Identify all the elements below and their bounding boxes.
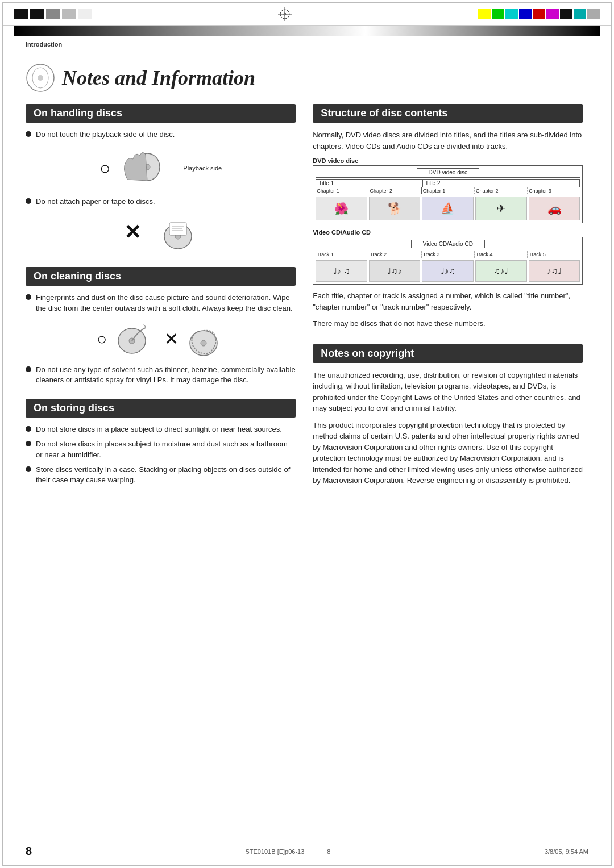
handling-illustration-2: ✕: [26, 212, 296, 252]
left-reg-blocks: [14, 9, 92, 19]
dvd-disc-label: DVD video disc: [313, 157, 583, 164]
svg-rect-11: [169, 223, 186, 235]
left-column: On handling discs Do not touch the playb…: [26, 104, 296, 492]
chapter-1-2: Chapter 2: [368, 187, 421, 194]
track-3: Track 3: [422, 251, 475, 258]
storing-discs-header: On storing discs: [26, 399, 296, 418]
svg-point-6: [38, 75, 43, 81]
dvd-titles-row: Title 1 Title 2: [316, 179, 580, 187]
bullet-dot-4: [26, 366, 31, 372]
page-title: Notes and Information: [62, 66, 255, 90]
copyright-para-1: The unauthorized recording, use, distrib…: [313, 370, 583, 414]
main-content: On handling discs Do not touch the playb…: [3, 98, 611, 498]
vcd-audio-cd-label: Video CD/Audio CD: [411, 240, 485, 248]
structure-info: Normally, DVD video discs are divided in…: [313, 130, 583, 152]
section-label: Introduction: [26, 41, 62, 48]
dvd-video-disc-label: DVD video disc: [417, 168, 479, 176]
structure-header: Structure of disc contents: [313, 104, 583, 123]
copyright-para-2: This product incorporates copyright prot…: [313, 420, 583, 486]
reg-block-2: [30, 9, 44, 19]
reg-block-5: [78, 9, 92, 19]
color-chip-cyan: [505, 9, 518, 19]
handling-illustration-1: ○ Playback side: [26, 145, 296, 191]
top-registration-bar: [3, 3, 611, 26]
dvd-img-4: ✈: [475, 197, 527, 220]
color-chip-red: [533, 9, 545, 19]
section-label-row: Introduction: [3, 36, 611, 52]
dvd-top-label-row: DVD video disc: [316, 168, 580, 178]
dvd-chapters-row: Chapter 1 Chapter 2 Chapter 1 Chapter 2 …: [316, 187, 580, 194]
footer-left: 8: [26, 845, 32, 858]
vcd-label: Video CD/Audio CD: [313, 229, 583, 236]
footer-page-center: 8: [327, 848, 330, 855]
color-chip-gray: [587, 9, 600, 19]
chapter-2-1: Chapter 1: [422, 187, 475, 194]
track-caption-2: There may be discs that do not have thes…: [313, 318, 583, 329]
section-divider-1: [26, 258, 296, 267]
track-1: Track 1: [316, 251, 368, 258]
bullet-dot-2: [26, 198, 31, 204]
cleaning-bullet-1: Fingerprints and dust on the disc cause …: [26, 293, 296, 313]
page-number: 8: [26, 845, 32, 858]
track-5: Track 5: [528, 251, 580, 258]
music-box-1: ♩♪ ♫: [316, 260, 367, 282]
cleaning-illustration: ○ ✕: [26, 319, 296, 359]
copyright-header: Notes on copyright: [313, 344, 583, 363]
page-wrapper: Introduction Notes and Information On ha…: [2, 2, 612, 866]
vcd-diagram: Video CD/Audio CD Track 1 Track 2 Track …: [313, 237, 583, 285]
dvd-img-5: 🚗: [529, 197, 580, 220]
track-4: Track 4: [475, 251, 528, 258]
x-mark-1: ✕: [124, 220, 141, 244]
dvd-title-1: Title 1: [316, 179, 422, 187]
music-box-5: ♪♫♩: [529, 260, 580, 282]
track-caption-1: Each title, chapter or track is assigned…: [313, 290, 583, 312]
ok-mark: ○: [99, 158, 110, 179]
cleaning-x-svg: [182, 319, 225, 359]
cleaning-discs-header: On cleaning discs: [26, 267, 296, 286]
crosshair-center: [278, 7, 292, 21]
dvd-title-2: Title 2: [423, 179, 580, 187]
color-chip-black: [560, 9, 572, 19]
handling-bullet-1: Do not touch the playback side of the di…: [26, 130, 296, 140]
color-chips-right: [478, 9, 600, 19]
right-column: Structure of disc contents Normally, DVD…: [313, 104, 583, 492]
chapter-2-3: Chapter 3: [528, 187, 580, 194]
cleaning-bullet-2: Do not use any type of solvent such as t…: [26, 365, 296, 385]
bullet-dot-3: [26, 294, 31, 300]
reg-block-1: [14, 9, 28, 19]
cleaning-ok-svg: [110, 319, 153, 359]
chapter-2-2: Chapter 2: [475, 187, 528, 194]
title-icon: [26, 63, 55, 93]
disc-paper-svg: [152, 212, 198, 252]
storing-bullet-3: Store discs vertically in a case. Stacki…: [26, 465, 296, 485]
handling-discs-header: On handling discs: [26, 104, 296, 123]
doc-code: 5TE0101B [E]p06-13: [246, 848, 305, 855]
cd-tracks-row: Track 1 Track 2 Track 3 Track 4 Track 5: [316, 251, 580, 258]
playback-side-label: Playback side: [183, 165, 222, 172]
footer: 8 5TE0101B [E]p06-13 8 3/8/05, 9:54 AM: [3, 837, 611, 865]
handling-bullet-2: Do not attach paper or tape to discs.: [26, 197, 296, 207]
svg-point-18: [201, 340, 206, 346]
vcd-top-label-row: Video CD/Audio CD: [316, 240, 580, 249]
page-title-area: Notes and Information: [3, 52, 611, 98]
footer-datetime: 3/8/05, 9:54 AM: [545, 848, 588, 855]
music-box-3: ♩♪♫: [422, 260, 474, 282]
track-2: Track 2: [368, 251, 421, 258]
color-chip-teal: [574, 9, 586, 19]
disc-hand-svg: [116, 145, 167, 191]
color-chip-magenta: [546, 9, 559, 19]
color-chip-yellow: [478, 9, 491, 19]
bullet-dot-6: [26, 441, 31, 446]
dvd-img-2: 🐕: [369, 197, 421, 220]
gradient-bar: [14, 26, 600, 36]
storing-bullet-2: Do not store discs in places subject to …: [26, 439, 296, 460]
ok-mark-2: ○: [97, 329, 107, 349]
bullet-dot-5: [26, 426, 31, 432]
dvd-img-3: ⛵: [422, 197, 474, 220]
dvd-images-row: 🌺 🐕 ⛵ ✈ 🚗: [316, 197, 580, 220]
dvd-diagram: DVD video disc Title 1 Title 2 Chapter 1…: [313, 165, 583, 223]
bullet-dot-1: [26, 131, 31, 137]
section-divider-2: [26, 390, 296, 399]
dvd-img-1: 🌺: [316, 197, 367, 220]
music-box-4: ♫♪♩: [475, 260, 527, 282]
